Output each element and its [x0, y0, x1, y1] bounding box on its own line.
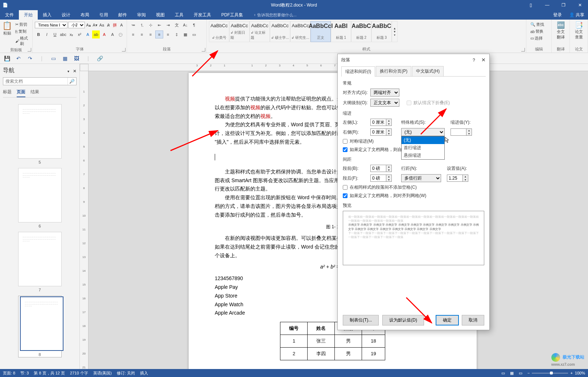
nav-tab-headings[interactable]: 标题 — [3, 87, 12, 97]
clear-format-icon[interactable]: A̷ — [106, 21, 111, 29]
tab-mailings[interactable]: 邮件 — [113, 10, 132, 20]
status-track[interactable]: 修订: 关闭 — [117, 370, 135, 376]
underline-icon[interactable]: U — [51, 30, 59, 38]
borders-icon[interactable]: ▭ — [190, 30, 198, 38]
paste-label[interactable]: 粘贴 — [2, 30, 12, 36]
enclose-char-icon[interactable]: ㊀ — [117, 30, 124, 38]
line-spacing-select[interactable]: 多倍行距 — [401, 174, 441, 182]
paragraph-launcher[interactable] — [202, 48, 205, 52]
cancel-button[interactable]: 取消 — [462, 315, 484, 325]
status-pagecount[interactable]: 第 8 页，共 12 页 — [34, 370, 65, 376]
styles-scroll-down-icon[interactable]: ▼ — [392, 30, 397, 33]
style-item[interactable]: AaBbCc↲ 研究生... — [290, 21, 311, 42]
tab-file[interactable]: 文件 — [0, 10, 19, 20]
align-right-icon[interactable]: ≡ — [147, 30, 155, 38]
status-section[interactable]: 节: 3 — [20, 370, 29, 376]
distributed-icon[interactable]: ≡ — [164, 30, 172, 38]
subscript-icon[interactable]: x₂ — [67, 30, 75, 38]
styles-more-icon[interactable]: ▾ — [392, 33, 397, 37]
spin-up-icon[interactable]: ▲ — [463, 175, 468, 178]
indent-grid-checkbox[interactable] — [343, 147, 348, 152]
replace-button[interactable]: ab 替换 — [529, 28, 545, 35]
phonetic-guide-icon[interactable]: 拼 — [112, 21, 118, 29]
tell-me[interactable]: ♀ 告诉我您想要做什么... — [248, 10, 301, 20]
cut-button[interactable]: ✂ 剪切 — [13, 21, 29, 28]
style-item[interactable]: AaBl标题 1 — [331, 21, 351, 42]
special-option-none[interactable]: (无) — [402, 136, 444, 144]
text-direction-icon[interactable]: 文 — [173, 21, 181, 29]
style-item[interactable]: AaBbCc↲ 硕士学... — [270, 21, 290, 42]
page-thumbnail[interactable]: — — — — — — — — — — — — — — — — — — — — … — [18, 168, 62, 228]
tab-insert[interactable]: 插入 — [38, 10, 57, 20]
spin-down-icon[interactable]: ▼ — [386, 122, 391, 126]
highlight-icon[interactable]: ab — [92, 30, 100, 38]
style-item[interactable]: AaBbCc↲ 分类号 — [209, 21, 229, 42]
italic-icon[interactable]: I — [43, 30, 51, 38]
indent-right-input[interactable] — [370, 128, 386, 136]
spin-up-icon[interactable]: ▲ — [466, 129, 472, 132]
change-case-icon[interactable]: Aa — [99, 21, 104, 29]
align-center-icon[interactable]: ≡ — [138, 30, 146, 38]
align-justify-icon[interactable]: ≡ — [155, 30, 163, 38]
spin-down-icon[interactable]: ▼ — [386, 168, 391, 172]
zoom-slider[interactable] — [532, 373, 568, 374]
indent-left-input[interactable] — [370, 119, 386, 126]
dialog-help-icon[interactable]: ? — [473, 58, 475, 63]
zoom-level[interactable]: 100% — [575, 371, 585, 375]
spin-down-icon[interactable]: ▼ — [466, 132, 472, 135]
char-border-icon[interactable]: A — [119, 21, 124, 29]
nospace-checkbox[interactable] — [343, 185, 348, 190]
dialog-tab-indent[interactable]: 缩进和间距(I) — [341, 66, 375, 77]
copy-button[interactable]: ⎘ 复制 — [13, 28, 28, 35]
clipboard-launcher[interactable] — [28, 48, 31, 52]
bold-icon[interactable]: B — [35, 30, 42, 38]
font-size-select[interactable]: 小四 — [68, 22, 85, 28]
font-launcher[interactable] — [122, 48, 126, 52]
tab-tools[interactable]: 工具 — [170, 10, 189, 20]
shrink-font-icon[interactable]: A▾ — [92, 21, 98, 29]
style-item[interactable]: AaBbC标题 3 — [371, 21, 392, 42]
format-painter-button[interactable]: 🖌 格式刷 — [13, 35, 30, 47]
styles-launcher[interactable] — [521, 48, 525, 52]
numbering-icon[interactable]: ⒈ — [138, 21, 146, 29]
find-button[interactable]: 🔍 查找 — [529, 21, 546, 28]
nav-tab-pages[interactable]: 页面 — [17, 87, 25, 97]
paste-icon[interactable]: 📋 — [2, 21, 12, 30]
align-left-icon[interactable]: ≡ — [129, 30, 137, 38]
nav-close-icon[interactable]: ✕ — [73, 69, 77, 74]
line-spacing-icon[interactable]: ‡ — [173, 30, 181, 38]
tab-pdf[interactable]: PDF工具集 — [216, 10, 248, 20]
ruler-vertical[interactable]: 123456789101112131415161718192021222324 — [80, 71, 89, 369]
dialog-close-icon[interactable]: ✕ — [481, 57, 486, 63]
special-option-hanging[interactable]: 悬挂缩进 — [402, 152, 444, 159]
spin-down-icon[interactable]: ▼ — [386, 178, 391, 181]
qat-new-icon[interactable]: ▭ — [49, 54, 57, 62]
login-button[interactable]: 登录 — [550, 10, 566, 20]
space-before-input[interactable] — [370, 165, 386, 172]
at-input[interactable] — [447, 175, 463, 182]
page-thumbnail[interactable]: — — — — — — — — — — — — — — — — — — — — … — [18, 232, 62, 292]
dialog-tab-cjk[interactable]: 中文版式(H) — [412, 66, 444, 76]
strikethrough-icon[interactable]: abc — [59, 30, 67, 38]
styles-scroll-up-icon[interactable]: ▲ — [392, 27, 397, 30]
multilevel-icon[interactable]: ⊹ — [147, 21, 155, 29]
style-item[interactable]: AaBbC标题 2 — [351, 21, 371, 42]
qat-undo-icon[interactable]: ↶ — [15, 54, 22, 62]
close-window-button[interactable]: ✕ — [572, 0, 588, 10]
view-print-icon[interactable]: ▦ — [510, 371, 514, 376]
minimize-button[interactable]: — — [539, 0, 555, 10]
spin-down-icon[interactable]: ▼ — [386, 132, 391, 135]
status-lang[interactable]: 英语(美国) — [93, 370, 112, 376]
zoom-in-icon[interactable]: + — [570, 371, 572, 375]
font-name-select[interactable]: Times New F — [35, 22, 67, 28]
style-item[interactable]: AaBbCc↲ 封面日期 — [229, 21, 250, 42]
select-button[interactable]: ▭ 选择 — [529, 35, 544, 42]
nav-tab-results[interactable]: 结果 — [30, 87, 39, 97]
table-row[interactable]: 1张三男18 — [280, 335, 385, 348]
superscript-icon[interactable]: x² — [76, 30, 83, 38]
qat-save-icon[interactable]: 💾 — [3, 54, 11, 62]
bullets-icon[interactable]: ≔ — [129, 21, 137, 29]
tabs-button[interactable]: 制表位(T)... — [343, 315, 379, 325]
spin-up-icon[interactable]: ▲ — [386, 119, 391, 122]
qat-table-icon[interactable]: ▦ — [61, 54, 69, 62]
